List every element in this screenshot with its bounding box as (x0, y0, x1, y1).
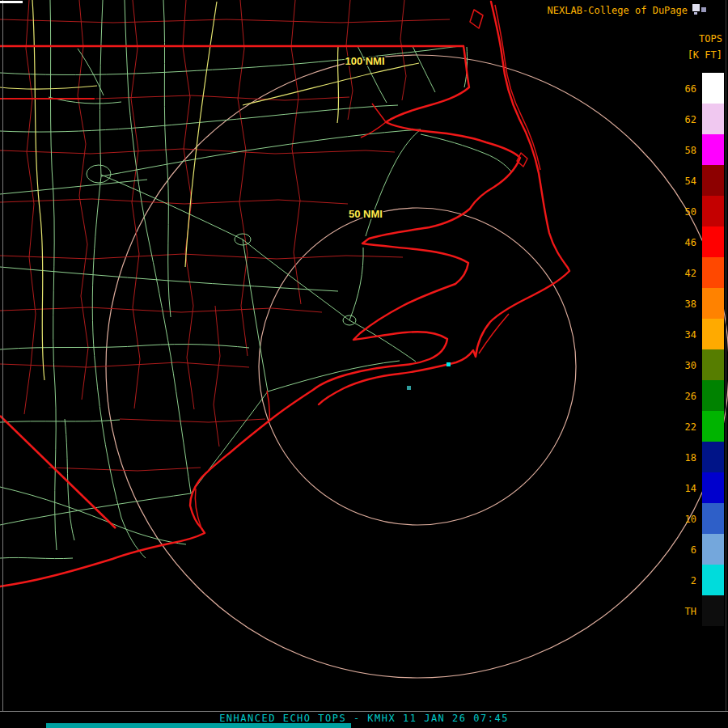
bottom-strip (46, 723, 351, 728)
legend-swatch (702, 380, 724, 411)
legend-swatch (702, 411, 724, 442)
legend-swatch (702, 165, 724, 196)
echo-top-pixel (447, 362, 451, 366)
legend-value: 14 (685, 483, 696, 494)
legend-swatch (702, 196, 724, 226)
legend-value: 2 (691, 575, 696, 586)
legend-value: 18 (685, 452, 696, 463)
legend-value: 54 (685, 176, 696, 187)
legend-swatch (702, 104, 724, 134)
radar-map: 100 NMI 50 NMI 6662585450464238343026221… (0, 0, 728, 728)
legend-units: [K FT] (688, 49, 722, 61)
legend-swatch (702, 442, 724, 472)
legend-swatch (702, 349, 724, 380)
legend-swatch (702, 288, 724, 319)
legend-value: 6 (691, 544, 696, 556)
legend-swatch (702, 319, 724, 349)
legend-value: 66 (685, 83, 696, 95)
radar-display: 100 NMI 50 NMI 6662585450464238343026221… (0, 0, 728, 728)
legend-value: 58 (685, 145, 696, 156)
legend-swatch (702, 73, 724, 104)
legend-value: 26 (685, 391, 696, 402)
legend-swatch (702, 595, 724, 626)
attribution: NEXLAB-College of DuPage (548, 4, 706, 16)
map-background (0, 0, 728, 728)
range-label-100nmi: 100 NMI (345, 55, 384, 67)
legend-swatch (702, 565, 724, 595)
legend-value: 62 (685, 114, 696, 125)
legend-value: 50 (685, 206, 696, 218)
legend-swatch (702, 534, 724, 565)
legend-value: 42 (685, 268, 696, 279)
range-label-50nmi: 50 NMI (349, 208, 383, 220)
legend-swatch (702, 257, 724, 288)
legend-value: 38 (685, 298, 696, 310)
legend-value: 34 (685, 329, 696, 341)
echo-top-pixel (407, 386, 411, 390)
product-caption: ENHANCED ECHO TOPS - KMHX 11 JAN 26 07:4… (219, 713, 509, 724)
legend-value: 22 (685, 421, 696, 433)
legend-value: 30 (685, 360, 696, 371)
legend-swatch (702, 472, 724, 503)
legend-swatch (702, 134, 724, 165)
legend-value: 46 (685, 237, 696, 248)
legend-swatch (702, 503, 724, 534)
legend-value: 10 (685, 514, 696, 525)
attribution-text: NEXLAB-College of DuPage (548, 5, 688, 16)
legend-value: TH (685, 606, 696, 617)
legend-swatch (702, 226, 724, 257)
legend-title: TOPS (699, 33, 722, 44)
